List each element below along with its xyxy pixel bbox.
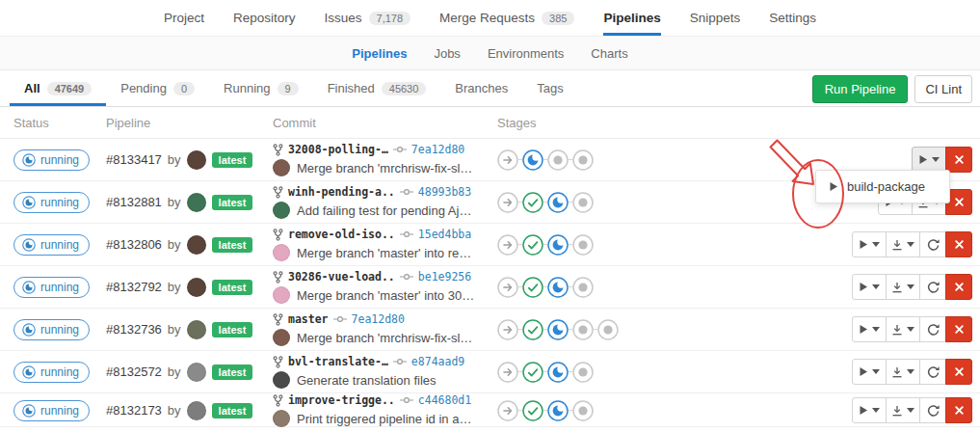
cancel-pipeline-button[interactable] bbox=[945, 359, 972, 385]
commit-message-link[interactable]: Print triggered pipeline id in a… bbox=[297, 412, 471, 426]
sub-nav-item-jobs[interactable]: Jobs bbox=[434, 46, 460, 61]
stage-created-icon[interactable] bbox=[572, 149, 594, 171]
branch-name-link[interactable]: 32008-polling-… bbox=[288, 143, 388, 156]
filter-tab-tags[interactable]: Tags bbox=[522, 70, 577, 106]
stage-success-icon[interactable] bbox=[522, 234, 543, 256]
top-nav-item-settings[interactable]: Settings bbox=[769, 0, 816, 36]
stage-success-icon[interactable] bbox=[522, 400, 543, 421]
stage-skipped-icon[interactable] bbox=[497, 362, 518, 383]
sub-nav-item-pipelines[interactable]: Pipelines bbox=[352, 46, 407, 61]
stage-running-icon[interactable] bbox=[547, 277, 569, 298]
filter-tab-finished[interactable]: Finished45630 bbox=[313, 70, 441, 106]
commit-author-avatar[interactable] bbox=[273, 202, 290, 219]
retry-pipeline-button[interactable] bbox=[919, 274, 946, 300]
retry-pipeline-button[interactable] bbox=[919, 397, 946, 423]
artifacts-dropdown-button[interactable] bbox=[886, 231, 920, 257]
filter-tab-pending[interactable]: Pending0 bbox=[106, 70, 209, 106]
artifacts-dropdown-button[interactable] bbox=[886, 359, 920, 385]
top-nav-item-pipelines[interactable]: Pipelines bbox=[603, 0, 660, 36]
stage-running-icon[interactable] bbox=[547, 400, 569, 421]
status-badge-running[interactable]: running bbox=[13, 234, 90, 256]
stage-skipped-icon[interactable] bbox=[497, 400, 518, 421]
commit-sha-link[interactable]: 48993b83 bbox=[418, 185, 471, 199]
commit-author-avatar[interactable] bbox=[273, 159, 290, 176]
stage-skipped-icon[interactable] bbox=[497, 192, 518, 213]
stage-created-icon[interactable] bbox=[572, 234, 594, 256]
sub-nav-item-environments[interactable]: Environments bbox=[488, 46, 564, 61]
ci-lint-button[interactable]: CI Lint bbox=[914, 75, 972, 103]
play-dropdown-button[interactable] bbox=[852, 231, 887, 257]
commit-sha-link[interactable]: c44680d1 bbox=[418, 393, 471, 407]
top-nav-item-project[interactable]: Project bbox=[164, 0, 204, 36]
artifacts-dropdown-button[interactable] bbox=[886, 397, 920, 423]
commit-sha-link[interactable]: be1e9256 bbox=[418, 270, 471, 284]
stage-created-icon[interactable] bbox=[572, 362, 594, 383]
pipeline-id-link[interactable]: #8132173 bbox=[106, 403, 162, 418]
stage-success-icon[interactable] bbox=[522, 319, 543, 340]
play-dropdown-button[interactable] bbox=[852, 274, 887, 300]
commit-sha-link[interactable]: 15ed4bba bbox=[418, 228, 471, 241]
stage-created-icon[interactable] bbox=[572, 192, 594, 213]
retry-pipeline-button[interactable] bbox=[919, 359, 946, 385]
pipeline-id-link[interactable]: #8132792 bbox=[106, 280, 162, 294]
commit-message-link[interactable]: Merge branch 'master' into 30… bbox=[297, 288, 474, 303]
play-dropdown-button[interactable] bbox=[912, 147, 946, 173]
stage-skipped-icon[interactable] bbox=[497, 149, 518, 171]
branch-name-link[interactable]: 30286-vue-load.. bbox=[288, 270, 395, 284]
user-avatar[interactable] bbox=[187, 363, 206, 382]
stage-created-icon[interactable] bbox=[572, 319, 594, 340]
commit-message-link[interactable]: Add failing test for pending Aj… bbox=[297, 203, 471, 218]
pipeline-id-link[interactable]: #8132736 bbox=[106, 322, 162, 337]
commit-message-link[interactable]: Merge branch 'mrchrisw-fix-sl… bbox=[297, 331, 472, 345]
stage-created-icon[interactable] bbox=[597, 319, 619, 340]
stage-success-icon[interactable] bbox=[522, 192, 543, 213]
stage-success-icon[interactable] bbox=[522, 362, 543, 383]
branch-name-link[interactable]: improve-trigge.. bbox=[288, 393, 395, 407]
cancel-pipeline-button[interactable] bbox=[945, 231, 972, 257]
cancel-pipeline-button[interactable] bbox=[945, 316, 972, 342]
stage-created-icon[interactable] bbox=[572, 400, 594, 421]
branch-name-link[interactable]: remove-old-iso.. bbox=[288, 228, 395, 241]
stage-skipped-icon[interactable] bbox=[497, 319, 518, 340]
artifacts-dropdown-button[interactable] bbox=[886, 274, 920, 300]
status-badge-running[interactable]: running bbox=[13, 400, 90, 421]
retry-pipeline-button[interactable] bbox=[919, 231, 946, 257]
dropdown-item-build-package[interactable]: build-package bbox=[816, 175, 949, 199]
stage-running-icon[interactable] bbox=[547, 192, 569, 213]
commit-author-avatar[interactable] bbox=[273, 410, 290, 427]
stage-running-icon[interactable] bbox=[547, 234, 569, 256]
branch-name-link[interactable]: bvl-translate-… bbox=[288, 355, 388, 368]
play-dropdown-button[interactable] bbox=[852, 359, 887, 385]
commit-message-link[interactable]: Merge branch 'mrchrisw-fix-sl… bbox=[297, 161, 472, 176]
cancel-pipeline-button[interactable] bbox=[945, 147, 972, 173]
status-badge-running[interactable]: running bbox=[13, 192, 90, 213]
commit-message-link[interactable]: Merge branch 'master' into re… bbox=[297, 246, 471, 260]
top-nav-item-repository[interactable]: Repository bbox=[233, 0, 296, 36]
top-nav-item-issues[interactable]: Issues7,178 bbox=[324, 0, 411, 36]
commit-author-avatar[interactable] bbox=[273, 329, 290, 346]
stage-success-icon[interactable] bbox=[522, 277, 543, 298]
commit-author-avatar[interactable] bbox=[273, 371, 290, 389]
stage-skipped-icon[interactable] bbox=[497, 234, 518, 256]
user-avatar[interactable] bbox=[187, 278, 206, 297]
stage-running-icon[interactable] bbox=[522, 149, 543, 171]
pipeline-id-link[interactable]: #8133417 bbox=[106, 152, 162, 167]
play-dropdown-button[interactable] bbox=[852, 397, 887, 423]
cancel-pipeline-button[interactable] bbox=[945, 397, 972, 423]
filter-tab-all[interactable]: All47649 bbox=[10, 70, 106, 106]
retry-pipeline-button[interactable] bbox=[919, 316, 946, 342]
branch-name-link[interactable]: master bbox=[288, 312, 329, 326]
play-dropdown-button[interactable] bbox=[852, 316, 887, 342]
stage-created-icon[interactable] bbox=[547, 149, 569, 171]
sub-nav-item-charts[interactable]: Charts bbox=[591, 46, 627, 61]
stage-running-icon[interactable] bbox=[547, 319, 569, 340]
commit-author-avatar[interactable] bbox=[273, 244, 290, 261]
user-avatar[interactable] bbox=[187, 193, 206, 212]
stage-running-icon[interactable] bbox=[547, 362, 569, 383]
user-avatar[interactable] bbox=[187, 320, 206, 339]
commit-message-link[interactable]: Generate translation files bbox=[297, 373, 437, 388]
run-pipeline-button[interactable]: Run Pipeline bbox=[812, 75, 909, 103]
commit-sha-link[interactable]: e874aad9 bbox=[411, 355, 464, 368]
filter-tab-branches[interactable]: Branches bbox=[440, 70, 522, 106]
branch-name-link[interactable]: winh-pending-a.. bbox=[288, 185, 395, 199]
